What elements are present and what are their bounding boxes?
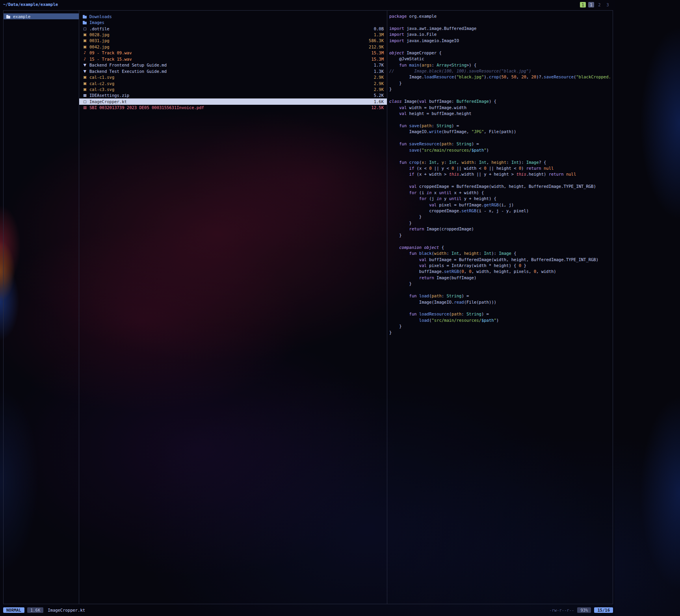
current-dir-pane: DownloadsImages▢.dotfile0.0B▣0028.jpg1.3…	[79, 11, 387, 604]
code-line: }	[389, 323, 611, 329]
file-name: .dotfile	[89, 26, 110, 31]
code-line: fun black(width: Int, height: Int): Imag…	[389, 250, 611, 256]
code-line: import javax.imageio.ImageIO	[389, 38, 611, 44]
file-size: 15.3M	[367, 57, 384, 61]
kotlin-icon: ▢	[82, 99, 87, 104]
code-line: // Image.black(100, 100).saveResource("b…	[389, 68, 611, 74]
tab-3[interactable]: 2	[596, 2, 602, 7]
file-name: Images	[89, 20, 104, 25]
parent-item-label: example	[13, 14, 30, 19]
file-row[interactable]: ▼Backend_Frontend_Setup_Guide.md1.7K	[79, 62, 387, 68]
code-line: save("src/main/resources/$path")	[389, 147, 611, 153]
folder-icon	[6, 14, 11, 19]
code-line: }	[389, 220, 611, 226]
code-line: }	[389, 86, 611, 92]
audio-icon: ♪	[82, 57, 87, 61]
file-size: 15.3M	[367, 50, 384, 55]
file-size: 212.9K	[365, 45, 384, 49]
file-row[interactable]: ▼Backend_Test_Execution_Guide.md1.3K	[79, 68, 387, 74]
header-bar: ~/Data/example/example 1123	[3, 2, 613, 9]
terminal-window: ~/Data/example/example 1123 example Down…	[0, 0, 615, 616]
code-line	[389, 238, 611, 244]
scroll-percent-badge: 93%	[577, 607, 591, 613]
file-row[interactable]: ▢ImageCropper.kt1.6K	[79, 98, 387, 104]
markdown-icon: ▼	[82, 69, 87, 74]
file-name: cal-c1.svg	[89, 75, 114, 80]
code-line	[389, 305, 611, 311]
parent-pane: example	[4, 11, 79, 604]
preview-pane[interactable]: package org.example import java.awt.imag…	[387, 11, 613, 604]
code-line: fun saveResource(path: String) =	[389, 141, 611, 147]
code-line: }	[389, 214, 611, 220]
file-row[interactable]: Images	[79, 19, 387, 25]
image-icon: ▣	[82, 75, 87, 80]
parent-item[interactable]: example	[4, 13, 79, 19]
code-line: class Image(val buffImage: BufferedImage…	[389, 98, 611, 104]
file-row[interactable]: ▣cal-c1.svg2.9K	[79, 74, 387, 80]
code-line: fun crop(x: Int, y: Int, width: Int, hei…	[389, 160, 611, 165]
file-size: 1.3M	[370, 32, 384, 37]
file-size: 2.9K	[370, 75, 384, 80]
code-line: if (x + width > this.width || y + height…	[389, 171, 611, 177]
file-row[interactable]: ▣0031.jpg586.3K	[79, 38, 387, 44]
code-line	[389, 117, 611, 122]
file-size: 5.2K	[370, 93, 384, 98]
tab-1[interactable]: 1	[580, 2, 586, 7]
code-line: Image.loadResource("black.jpg").crop(50,…	[389, 74, 611, 80]
code-line: @JvmStatic	[389, 56, 611, 62]
tab-4[interactable]: 3	[605, 2, 611, 7]
file-row[interactable]: ♪09 - Track 09.wav15.3M	[79, 50, 387, 56]
code-line: }	[389, 80, 611, 86]
file-row[interactable]: ▣0028.jpg1.3M	[79, 32, 387, 37]
tab-2[interactable]: 1	[588, 2, 594, 7]
code-line: import java.io.File	[389, 32, 611, 37]
file-row[interactable]: ▣0042.jpg212.9K	[79, 44, 387, 50]
image-icon: ▣	[82, 38, 87, 43]
status-bar: NORMAL 1.6K ImageCropper.kt -rw-r--r-- 9…	[3, 607, 613, 613]
file-name: Backend_Test_Execution_Guide.md	[89, 69, 167, 74]
image-icon: ▣	[82, 87, 87, 92]
file-list: DownloadsImages▢.dotfile0.0B▣0028.jpg1.3…	[79, 13, 387, 111]
file-size: 2.9K	[370, 87, 384, 92]
file-size: 1.3K	[370, 69, 384, 74]
code-line: import java.awt.image.BufferedImage	[389, 26, 611, 32]
code-line: croppedImage.setRGB(i - x, j - y, pixel)	[389, 208, 611, 214]
file-row[interactable]: ▣cal-c3.svg2.9K	[79, 86, 387, 92]
file-row[interactable]: ♪15 - Track 15.wav15.3M	[79, 56, 387, 62]
file-icon: ▢	[82, 26, 87, 31]
code-view: package org.example import java.awt.imag…	[389, 13, 611, 336]
file-name: 0042.jpg	[89, 45, 110, 49]
code-line: for (j in y until y + height) {	[389, 196, 611, 202]
file-name: 09 - Track 09.wav	[89, 50, 132, 55]
code-line: val croppedImage = BufferedImage(width, …	[389, 184, 611, 189]
code-line: fun loadResource(path: String) =	[389, 311, 611, 317]
code-line: fun save(path: String) =	[389, 123, 611, 129]
file-name: Backend_Frontend_Setup_Guide.md	[89, 63, 167, 67]
folder-icon	[82, 20, 87, 25]
file-row[interactable]: ▣cal-c2.svg2.9K	[79, 80, 387, 86]
file-name: IDEAsettings.zip	[89, 93, 129, 98]
code-line: if (x < 0 || y < 0 || width < 0 || heigh…	[389, 165, 611, 171]
file-row[interactable]: ▦IDEAsettings.zip5.2K	[79, 93, 387, 98]
code-line: val pixels = IntArray(width * height) { …	[389, 263, 611, 269]
file-name: ImageCropper.kt	[89, 99, 127, 104]
code-line	[389, 178, 611, 184]
file-row[interactable]: Downloads	[79, 13, 387, 19]
archive-icon: ▦	[82, 93, 87, 98]
file-size: 0.0B	[370, 26, 384, 31]
status-right: -rw-r--r-- 93% 15/16	[549, 607, 613, 613]
code-line: fun load(path: String) =	[389, 293, 611, 299]
file-size: 586.3K	[365, 38, 384, 43]
file-row[interactable]: ▥SBI_0032013739_2023_DE05_0003155631Invo…	[79, 105, 387, 111]
code-line: for (i in x until x + width) {	[389, 190, 611, 196]
markdown-icon: ▼	[82, 63, 87, 67]
code-line	[389, 19, 611, 25]
file-name: 0028.jpg	[89, 32, 110, 37]
file-name: 15 - Track 15.wav	[89, 57, 132, 61]
code-line: companion object {	[389, 245, 611, 250]
code-line: val width = buffImage.width	[389, 105, 611, 111]
code-line	[389, 93, 611, 98]
file-permissions: -rw-r--r--	[549, 608, 574, 612]
code-line: }	[389, 232, 611, 238]
file-row[interactable]: ▢.dotfile0.0B	[79, 26, 387, 32]
